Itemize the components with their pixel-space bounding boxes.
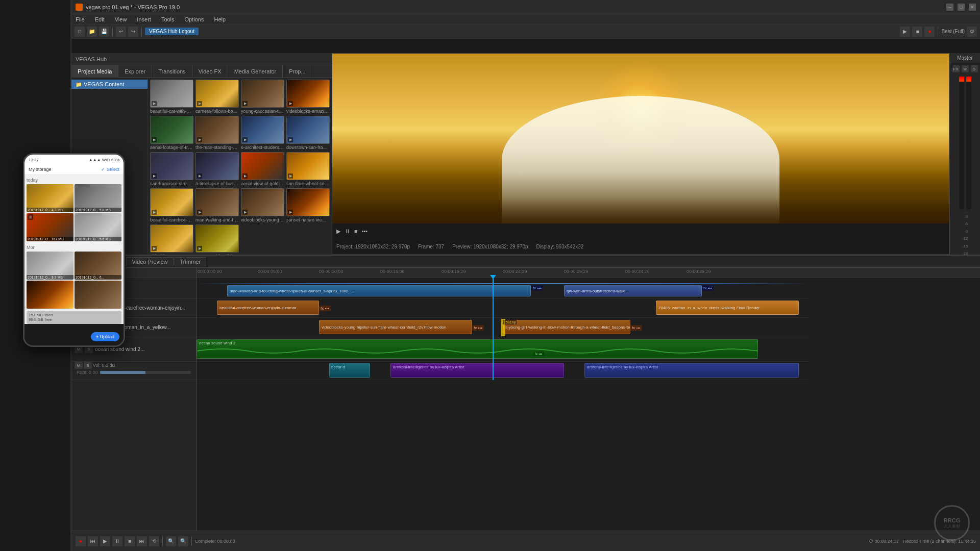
clip-fx-4[interactable]: fx •••	[472, 325, 484, 331]
clip-2-2[interactable]: 70405_woman_in_a_white_dress_walking Fin…	[656, 300, 799, 315]
tab-prop[interactable]: Prop...	[283, 65, 312, 78]
phone-thumb-2[interactable]: 20191012_0... 5.8 MB	[75, 184, 121, 212]
record-button[interactable]: ●	[924, 27, 935, 37]
audio-clip-green[interactable]: ocean sound wind 2 fx •••	[197, 339, 758, 359]
phone-select-label[interactable]: ✓ Select	[101, 167, 119, 172]
undo-button[interactable]: ↩	[116, 27, 126, 37]
t1: 00:00:05;00	[258, 269, 282, 274]
save-button[interactable]: 💾	[99, 27, 109, 37]
media-thumb-11[interactable]: ▶sun-flare-wheat-com...	[286, 152, 330, 186]
phone-thumb-6[interactable]: 20191012_0... 6...	[75, 252, 121, 280]
tab-transitions[interactable]: Transitions	[152, 65, 192, 78]
clips-area[interactable]: 00:00:00;00 00:00:05;00 00:00:10;00 00:0…	[197, 268, 980, 531]
media-thumb-9[interactable]: ▶a-timelapse-of-busy-...	[195, 152, 239, 186]
phone-thumb-1[interactable]: 20191012_0... 4.3 MB	[27, 184, 74, 212]
menu-item-help[interactable]: Help	[212, 16, 228, 22]
media-thumb-5[interactable]: ▶the-man-standing-on...	[195, 116, 239, 150]
bt-rec[interactable]: ●	[76, 536, 86, 546]
tab-project-media[interactable]: Project Media	[71, 65, 118, 78]
clip-fx-3[interactable]: fx •••	[319, 306, 331, 311]
tab-explorer[interactable]: Explorer	[118, 65, 152, 78]
track5-s[interactable]: S	[84, 362, 92, 369]
preview-play[interactable]: ▶	[336, 228, 340, 235]
menu-item-view[interactable]: View	[113, 16, 129, 22]
bt-zoom-out[interactable]: 🔍	[178, 536, 188, 546]
preview-pause[interactable]: ⏸	[345, 228, 350, 234]
play-button[interactable]: ▶	[900, 27, 910, 37]
minimize-button[interactable]: ─	[946, 4, 953, 11]
master-s[interactable]: S	[971, 65, 978, 72]
maximize-button[interactable]: □	[958, 4, 965, 11]
phone-thumb-8[interactable]	[75, 281, 121, 309]
thumb-video-icon-6: ▶	[242, 137, 248, 142]
media-thumb-0[interactable]: ▶beautiful-cat-with-gr...	[150, 80, 193, 114]
bt-zoom-in[interactable]: 🔍	[166, 536, 176, 546]
vu-meters	[950, 74, 980, 211]
tab-media-gen[interactable]: Media Generator	[228, 65, 283, 78]
menu-item-tools[interactable]: Tools	[159, 16, 177, 22]
phone-thumb-4[interactable]: 20191012_0... 5.6 MB	[75, 213, 121, 241]
clip-fx-5[interactable]: fx •••	[630, 325, 642, 331]
phone-mon-label: Mon	[27, 243, 121, 252]
menu-item-insert[interactable]: Insert	[135, 16, 153, 22]
tab-video-preview[interactable]: Video Preview	[126, 257, 173, 266]
preview-more[interactable]: •••	[362, 228, 368, 234]
bt-prev-frame[interactable]: ⏮	[88, 536, 98, 546]
clip-2-1[interactable]: beautiful-carefree-woman-enjoyin-summar	[217, 300, 319, 315]
media-thumb-14[interactable]: ▶videoblocks-young-h...	[241, 188, 284, 222]
menu-item-options[interactable]: Options	[183, 16, 206, 22]
new-button[interactable]: □	[75, 27, 85, 37]
folder-vegas-content[interactable]: 📁 VEGAS Content	[71, 80, 148, 89]
menu-item-edit[interactable]: Edit	[93, 16, 107, 22]
clip-blue-2[interactable]: artificial-intelligence by lux-inspira A…	[584, 363, 799, 378]
phone-thumb-3[interactable]: ⊞ 20191012_0... 167 MB	[27, 213, 74, 241]
clip-1-1[interactable]: man-walking-and-touching-wheat-spikes-at…	[227, 285, 531, 296]
media-thumb-7[interactable]: ▶downtown-san-franci...	[286, 116, 330, 150]
media-thumb-12[interactable]: ▶beautiful-carefree-w...	[150, 188, 193, 222]
media-thumb-17[interactable]: ▶a-young-girl-walking-...	[195, 224, 239, 255]
bt-play[interactable]: ▶	[100, 536, 110, 546]
preview-quality[interactable]: Best (Full)	[941, 29, 965, 34]
clip-purple-1[interactable]: artificial-intelligence by lux-inspira A…	[390, 363, 564, 378]
track5-m[interactable]: M	[75, 362, 83, 369]
media-thumb-2[interactable]: ▶young-caucasian-to...	[241, 80, 284, 114]
settings-button[interactable]: ⚙	[967, 27, 977, 37]
media-thumb-16[interactable]: ▶girl-with-arms-outstr...	[150, 224, 193, 255]
media-thumb-6[interactable]: ▶6-architect-student-d...	[241, 116, 284, 150]
media-thumb-10[interactable]: ▶aerial-view-of-golde...	[241, 152, 284, 186]
menu-item-file[interactable]: File	[74, 16, 87, 22]
phone-thumb-7[interactable]	[27, 281, 74, 309]
media-thumb-3[interactable]: ▶videoblocks-amazin...	[286, 80, 330, 114]
phone-thumb-5[interactable]: 20191012_0... 3.9 MB	[27, 252, 74, 280]
title-bar: vegas pro 01.veg * - VEGAS Pro 19.0 ─ □ …	[71, 0, 980, 14]
clip-fx-1[interactable]: fx •••	[531, 285, 543, 291]
media-thumb-13[interactable]: ▶man-walking-and-to...	[195, 188, 239, 222]
media-thumb-15[interactable]: ▶sunset-nature-view-...	[286, 188, 330, 222]
stop-button[interactable]: ■	[912, 27, 922, 37]
clip-1-2[interactable]: girl-with-arms-outstretched-walki...	[564, 285, 702, 296]
t8: 00:00:39;29	[687, 269, 711, 274]
close-button[interactable]: ✕	[969, 4, 976, 11]
audio-fx[interactable]: fx •••	[533, 352, 544, 356]
folder-label: VEGAS Content	[84, 81, 125, 87]
clip-3-2[interactable]: a-young-girl-walking-in-slow-motion-thro…	[503, 320, 630, 334]
phone-upload-btn[interactable]: + Upload	[91, 332, 119, 341]
bt-next-frame[interactable]: ⏭	[137, 536, 147, 546]
vegas-hub-button[interactable]: VEGAS Hub Logout	[145, 28, 199, 35]
tab-trimmer[interactable]: Trimmer	[175, 257, 207, 266]
bt-loop[interactable]: ⟲	[149, 536, 159, 546]
media-thumb-8[interactable]: ▶san-francisco-street-...	[150, 152, 193, 186]
redo-button[interactable]: ↪	[128, 27, 138, 37]
bt-pause[interactable]: ⏸	[112, 536, 122, 546]
open-button[interactable]: 📁	[87, 27, 97, 37]
tab-video-fx[interactable]: Video FX	[192, 65, 228, 78]
media-thumb-4[interactable]: ▶aerial-footage-of-troll...	[150, 116, 193, 150]
bt-stop[interactable]: ■	[125, 536, 135, 546]
master-fx[interactable]: FX	[952, 65, 960, 72]
clip-teal[interactable]: ocear d	[329, 363, 370, 378]
clip-fx-2[interactable]: fx •••	[702, 285, 714, 291]
clip-3-1[interactable]: videoblocks-young-hipster-sun-flare-whea…	[319, 320, 472, 334]
media-thumb-1[interactable]: ▶camera-follows-bea...	[195, 80, 239, 114]
master-m[interactable]: M	[962, 65, 969, 72]
preview-stop[interactable]: ■	[354, 228, 358, 234]
